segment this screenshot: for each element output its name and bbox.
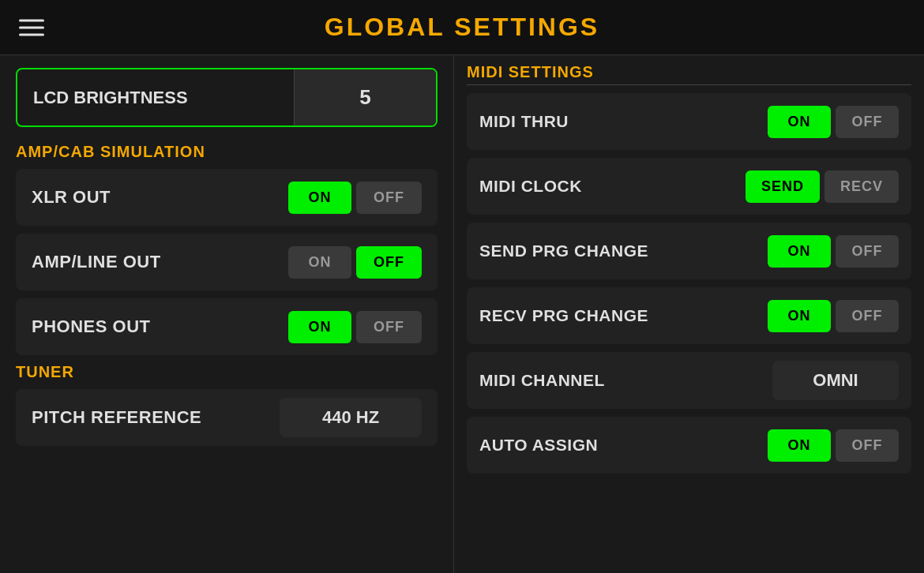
auto-assign-on-button[interactable]: ON [768,429,831,462]
auto-assign-row: AUTO ASSIGN ON OFF [467,417,911,474]
auto-assign-off-button[interactable]: OFF [836,429,899,462]
recv-prg-change-on-button[interactable]: ON [768,300,831,332]
xlr-out-on-button[interactable]: ON [288,182,351,214]
xlr-out-toggle: ON OFF [288,182,422,214]
midi-thru-label: MIDI THRU [479,112,569,131]
phones-out-row: PHONES OUT ON OFF [16,298,438,355]
midi-settings-title: MIDI SETTINGS [467,63,911,85]
midi-thru-on-button[interactable]: ON [768,106,831,138]
phones-out-toggle: ON OFF [288,311,422,343]
midi-thru-toggle: ON OFF [768,106,899,138]
send-prg-change-off-button[interactable]: OFF [836,235,899,268]
page-title: GLOBAL SETTINGS [325,13,599,42]
auto-assign-toggle: ON OFF [768,429,899,462]
xlr-out-off-button[interactable]: OFF [356,182,422,214]
amp-line-out-on-button[interactable]: ON [288,246,351,279]
recv-prg-change-label: RECV PRG CHANGE [479,306,648,325]
midi-thru-row: MIDI THRU ON OFF [467,93,911,150]
send-prg-change-label: SEND PRG CHANGE [479,242,648,260]
midi-channel-value[interactable]: OMNI [772,361,899,400]
left-panel: LCD BRIGHTNESS 5 AMP/CAB SIMULATION XLR … [0,55,454,573]
midi-channel-row: MIDI CHANNEL OMNI [467,352,911,409]
xlr-out-row: XLR OUT ON OFF [16,169,438,226]
main-content: LCD BRIGHTNESS 5 AMP/CAB SIMULATION XLR … [0,55,924,573]
tuner-section-title: TUNER [16,363,438,381]
amp-line-out-row: AMP/LINE OUT ON OFF [16,234,438,290]
phones-out-on-button[interactable]: ON [288,311,351,343]
phones-out-off-button[interactable]: OFF [356,311,422,343]
midi-thru-off-button[interactable]: OFF [836,106,899,138]
midi-clock-send-button[interactable]: SEND [746,170,820,203]
send-prg-change-toggle: ON OFF [768,235,899,268]
recv-prg-change-toggle: ON OFF [768,300,899,332]
amp-cab-section-title: AMP/CAB SIMULATION [16,143,438,161]
pitch-reference-label: PITCH REFERENCE [32,407,201,428]
midi-clock-row: MIDI CLOCK SEND RECV [467,158,911,215]
midi-channel-label: MIDI CHANNEL [479,371,605,390]
midi-clock-label: MIDI CLOCK [479,177,582,196]
recv-prg-change-row: RECV PRG CHANGE ON OFF [467,287,911,344]
lcd-brightness-box[interactable]: LCD BRIGHTNESS 5 [16,68,438,127]
amp-line-out-toggle: ON OFF [288,246,422,279]
send-prg-change-row: SEND PRG CHANGE ON OFF [467,223,911,279]
right-panel: MIDI SETTINGS MIDI THRU ON OFF MIDI CLOC… [454,55,924,573]
midi-clock-recv-button[interactable]: RECV [824,170,899,203]
recv-prg-change-off-button[interactable]: OFF [836,300,899,332]
send-prg-change-on-button[interactable]: ON [768,235,831,268]
pitch-reference-row: PITCH REFERENCE 440 HZ [16,389,438,446]
menu-button[interactable] [19,19,44,36]
xlr-out-label: XLR OUT [32,187,111,208]
midi-clock-toggle: SEND RECV [746,170,899,203]
lcd-brightness-label: LCD BRIGHTNESS [17,88,294,108]
auto-assign-label: AUTO ASSIGN [479,436,598,455]
amp-line-out-off-button[interactable]: OFF [356,246,422,279]
amp-line-out-label: AMP/LINE OUT [32,252,161,272]
header: GLOBAL SETTINGS [0,0,924,55]
pitch-reference-value[interactable]: 440 HZ [280,398,422,437]
phones-out-label: PHONES OUT [32,316,150,337]
lcd-brightness-value: 5 [294,69,436,125]
